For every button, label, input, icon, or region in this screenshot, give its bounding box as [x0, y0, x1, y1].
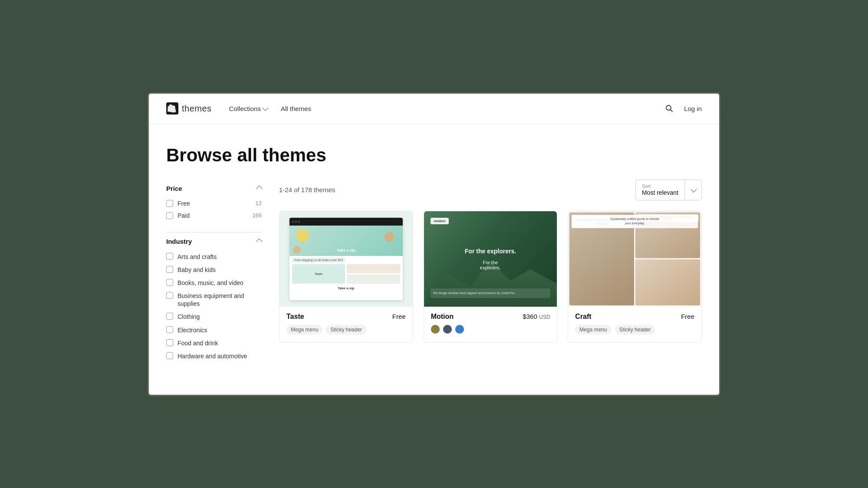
- theme-name-taste: Taste: [286, 313, 304, 321]
- chevron-up-icon-industry: [256, 239, 262, 245]
- industry-option-books: Books, music, and video: [166, 276, 262, 289]
- logo-area: themes: [166, 102, 212, 115]
- theme-name-motion: Motion: [431, 313, 454, 321]
- price-filter-section: Price Free 12 Paid 166: [166, 180, 262, 222]
- industry-option-clothing: Clothing: [166, 310, 262, 323]
- sidebar: Price Free 12 Paid 166: [166, 180, 262, 363]
- shopify-logo-icon: [166, 102, 178, 115]
- theme-tags-taste: Mega menu Sticky header: [286, 325, 406, 334]
- theme-preview-taste: Take a sip Free shipping on all orders o…: [279, 211, 413, 307]
- motion-hero-title: For the explorers.: [465, 248, 516, 255]
- filter-option-free: Free 12: [166, 197, 262, 210]
- checkbox-food-drink[interactable]: [166, 339, 173, 346]
- industry-filter-header[interactable]: Industry: [166, 232, 262, 250]
- industry-option-baby: Baby and kids: [166, 263, 262, 276]
- tag-sticky-header: Sticky header: [326, 325, 366, 334]
- price-filter-title: Price: [166, 185, 182, 192]
- themes-toolbar: 1-24 of 178 themes Sort Most relevant: [279, 180, 702, 200]
- filter-option-paid: Paid 166: [166, 210, 262, 222]
- sort-value: Most relevant: [642, 189, 678, 196]
- industry-option-business: Business equipment and supplies: [166, 289, 262, 310]
- themes-grid: Take a sip Free shipping on all orders o…: [279, 211, 702, 343]
- search-icon: [665, 104, 674, 113]
- label-baby-kids[interactable]: Baby and kids: [178, 266, 216, 274]
- header: themes Collections All themes Log in: [149, 94, 719, 124]
- theme-tags-craft: Mega menu Sticky header: [575, 325, 694, 334]
- search-button[interactable]: [663, 102, 675, 115]
- filter-count-paid: 166: [252, 212, 262, 219]
- checkbox-electronics[interactable]: [166, 326, 173, 333]
- sort-dropdown-button[interactable]: [685, 184, 701, 196]
- industry-option-arts: Arts and crafts: [166, 250, 262, 263]
- motion-hero-subtitle: For theexplorers.: [465, 260, 516, 270]
- label-electronics[interactable]: Electronics: [178, 326, 207, 334]
- label-hardware[interactable]: Hardware and automotive: [178, 352, 247, 360]
- theme-info-taste: Taste Free Mega menu Sticky header: [279, 307, 413, 339]
- tag-mega-menu: Mega menu: [286, 325, 322, 334]
- filter-count-free: 12: [256, 200, 262, 206]
- checkbox-books[interactable]: [166, 279, 173, 286]
- theme-card-motion[interactable]: motion For the explorers. For theexplore…: [424, 211, 558, 343]
- price-filter-header[interactable]: Price: [166, 180, 262, 197]
- checkbox-clothing[interactable]: [166, 313, 173, 320]
- label-business[interactable]: Business equipment and supplies: [178, 292, 262, 308]
- page-title: Browse all themes: [166, 145, 702, 166]
- themes-area: 1-24 of 178 themes Sort Most relevant: [279, 180, 702, 363]
- login-button[interactable]: Log in: [684, 105, 702, 112]
- motion-swatches: [431, 325, 550, 334]
- filter-label-paid[interactable]: Paid: [178, 212, 190, 219]
- window-frame: themes Collections All themes Log in Bro…: [148, 92, 720, 396]
- theme-preview-craft: Sustainably crafted goods to elevate you…: [568, 211, 701, 307]
- theme-info-craft: Craft Free Mega menu Sticky header: [568, 307, 701, 339]
- checkbox-paid[interactable]: [166, 212, 173, 219]
- checkbox-free[interactable]: [166, 200, 173, 207]
- svg-line-2: [671, 110, 673, 112]
- chevron-down-icon: [262, 105, 268, 111]
- tag-mega-menu-craft: Mega menu: [575, 325, 611, 334]
- filter-label-free[interactable]: Free: [178, 200, 190, 207]
- checkbox-hardware[interactable]: [166, 352, 173, 359]
- main-nav: Collections All themes: [229, 105, 664, 112]
- motion-badge: motion: [431, 218, 449, 224]
- industry-option-food: Food and drink: [166, 337, 262, 350]
- logo-text: themes: [182, 104, 212, 114]
- theme-price-motion: $360 USD: [523, 313, 550, 320]
- industry-filter-section: Industry Arts and crafts Baby and kids B…: [166, 232, 262, 363]
- checkbox-arts-crafts[interactable]: [166, 253, 173, 260]
- themes-count: 1-24 of 178 themes: [279, 186, 335, 193]
- header-right: Log in: [663, 102, 702, 115]
- checkbox-business[interactable]: [166, 292, 173, 299]
- sort-label: Sort: [642, 183, 678, 189]
- sort-control: Sort Most relevant: [635, 180, 702, 200]
- theme-name-craft: Craft: [575, 313, 591, 321]
- checkbox-baby-kids[interactable]: [166, 266, 173, 273]
- swatch-olive[interactable]: [431, 325, 440, 334]
- label-food-drink[interactable]: Food and drink: [178, 339, 218, 347]
- theme-price-taste: Free: [392, 313, 406, 320]
- theme-preview-motion: motion For the explorers. For theexplore…: [424, 211, 557, 307]
- theme-card-taste[interactable]: Take a sip Free shipping on all orders o…: [279, 211, 413, 343]
- nav-all-themes[interactable]: All themes: [281, 105, 311, 112]
- sort-chevron-icon: [690, 186, 697, 192]
- label-clothing[interactable]: Clothing: [178, 313, 200, 321]
- industry-filter-title: Industry: [166, 238, 192, 245]
- tag-sticky-header-craft: Sticky header: [615, 325, 655, 334]
- chevron-up-icon: [256, 186, 262, 192]
- nav-collections[interactable]: Collections: [229, 105, 267, 112]
- industry-option-hardware: Hardware and automotive: [166, 350, 262, 363]
- main-content: Price Free 12 Paid 166: [149, 180, 719, 380]
- swatch-navy[interactable]: [443, 325, 452, 334]
- swatch-blue[interactable]: [455, 325, 464, 334]
- theme-info-motion: Motion $360 USD: [424, 307, 557, 342]
- theme-price-craft: Free: [681, 313, 694, 320]
- industry-option-electronics: Electronics: [166, 324, 262, 337]
- theme-card-craft[interactable]: Sustainably crafted goods to elevate you…: [568, 211, 702, 343]
- label-arts-crafts[interactable]: Arts and crafts: [178, 253, 217, 261]
- label-books[interactable]: Books, music, and video: [178, 279, 243, 287]
- hero-section: Browse all themes: [149, 124, 719, 180]
